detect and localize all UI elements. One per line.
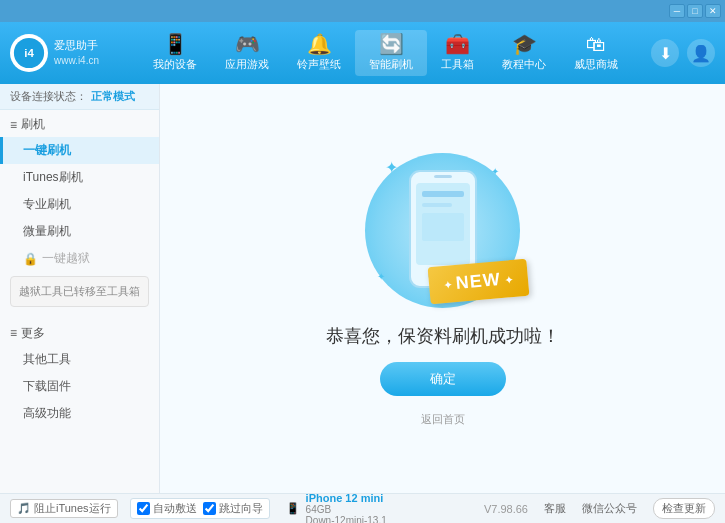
sidebar-item-other-tools[interactable]: 其他工具: [0, 346, 159, 373]
auto-restart-input[interactable]: [137, 502, 150, 515]
my-device-icon: 📱: [163, 34, 188, 54]
nav-smart-flash[interactable]: 🔄 智能刷机: [355, 30, 427, 76]
titlebar: ─ □ ✕: [0, 0, 725, 22]
sparkle-2: ✦: [491, 166, 499, 177]
jailbreak-notice: 越狱工具已转移至工具箱: [10, 276, 149, 307]
sidebar-item-save-flash[interactable]: 微量刷机: [0, 218, 159, 245]
nav-toolbox[interactable]: 🧰 工具箱: [427, 30, 488, 76]
auto-restart-checkbox[interactable]: 自动敷送: [137, 501, 197, 516]
maximize-btn[interactable]: □: [687, 4, 703, 18]
skip-guide-input[interactable]: [203, 502, 216, 515]
confirm-button[interactable]: 确定: [380, 362, 506, 396]
version-label: V7.98.66: [484, 503, 528, 515]
svg-text:i4: i4: [24, 47, 34, 59]
nav-weisi-store[interactable]: 🛍 威思商城: [560, 30, 632, 76]
success-text: 恭喜您，保资料刷机成功啦！: [326, 324, 560, 348]
smart-flash-icon: 🔄: [379, 34, 404, 54]
svg-rect-5: [434, 175, 452, 178]
section-flash-icon: ≡: [10, 118, 17, 132]
svg-rect-8: [422, 213, 464, 241]
close-btn[interactable]: ✕: [705, 4, 721, 18]
nav-tutorials[interactable]: 🎓 教程中心: [488, 30, 560, 76]
sidebar-spacer: [0, 311, 159, 319]
footer: 🎵 阻止iTunes运行 自动敷送 跳过向导 📱 iPhone 12 mini …: [0, 493, 725, 523]
sidebar-item-download-firmware[interactable]: 下载固件: [0, 373, 159, 400]
section-flash: ≡ 刷机: [0, 110, 159, 137]
download-btn[interactable]: ⬇: [651, 39, 679, 67]
new-badge: NEW: [428, 259, 529, 304]
footer-device: 📱 iPhone 12 mini 64GB Down-12mini-13,1: [286, 492, 387, 524]
device-icon: 📱: [286, 502, 300, 515]
device-storage: 64GB: [306, 504, 387, 515]
sparkle-3: ✦: [377, 271, 385, 282]
tutorials-icon: 🎓: [512, 34, 537, 54]
logo-text: 爱思助手 www.i4.cn: [54, 38, 99, 67]
sidebar-item-itunes-flash[interactable]: iTunes刷机: [0, 164, 159, 191]
minimize-btn[interactable]: ─: [669, 4, 685, 18]
logo[interactable]: i4 爱思助手 www.i4.cn: [10, 34, 100, 72]
status-bar: 设备连接状态： 正常模式: [0, 84, 159, 110]
apps-games-icon: 🎮: [235, 34, 260, 54]
header: i4 爱思助手 www.i4.cn 📱 我的设备 🎮 应用游戏 🔔 铃声壁纸 🔄…: [0, 22, 725, 84]
svg-rect-6: [422, 191, 464, 197]
ringtones-icon: 🔔: [307, 34, 332, 54]
back-link[interactable]: 返回首页: [421, 412, 465, 427]
device-model: Down-12mini-13,1: [306, 515, 387, 524]
success-illustration: ✦ ✦ ✦: [326, 150, 560, 427]
check-update-btn[interactable]: 检查更新: [653, 498, 715, 519]
section-more: ≡ 更多: [0, 319, 159, 346]
main: 设备连接状态： 正常模式 ≡ 刷机 一键刷机 iTunes刷机 专业刷机 微量刷…: [0, 84, 725, 493]
itunes-running-toggle[interactable]: 🎵 阻止iTunes运行: [10, 499, 118, 518]
section-jailbreak: 🔒 一键越狱: [0, 245, 159, 272]
customer-service-link[interactable]: 客服: [544, 501, 566, 516]
user-btn[interactable]: 👤: [687, 39, 715, 67]
content-area: ✦ ✦ ✦: [160, 84, 725, 493]
nav-ringtones[interactable]: 🔔 铃声壁纸: [283, 30, 355, 76]
wechat-link[interactable]: 微信公众号: [582, 501, 637, 516]
nav: 📱 我的设备 🎮 应用游戏 🔔 铃声壁纸 🔄 智能刷机 🧰 工具箱 🎓 教程中心…: [120, 30, 651, 76]
nav-apps-games[interactable]: 🎮 应用游戏: [211, 30, 283, 76]
footer-right: V7.98.66 客服 微信公众号 检查更新: [484, 498, 715, 519]
sidebar-item-advanced[interactable]: 高级功能: [0, 400, 159, 427]
itunes-icon: 🎵: [17, 502, 31, 515]
svg-rect-7: [422, 203, 452, 207]
logo-icon: i4: [10, 34, 48, 72]
weisi-store-icon: 🛍: [586, 34, 606, 54]
sidebar-item-one-click-flash[interactable]: 一键刷机: [0, 137, 159, 164]
sidebar: 设备连接状态： 正常模式 ≡ 刷机 一键刷机 iTunes刷机 专业刷机 微量刷…: [0, 84, 160, 493]
sidebar-item-pro-flash[interactable]: 专业刷机: [0, 191, 159, 218]
device-name: iPhone 12 mini: [306, 492, 387, 504]
skip-guide-checkbox[interactable]: 跳过向导: [203, 501, 263, 516]
footer-left: 🎵 阻止iTunes运行 自动敷送 跳过向导 📱 iPhone 12 mini …: [10, 492, 387, 524]
nav-my-device[interactable]: 📱 我的设备: [139, 30, 211, 76]
sparkle-1: ✦: [385, 158, 398, 177]
phone-container: ✦ ✦ ✦: [363, 150, 523, 310]
nav-right: ⬇ 👤: [651, 39, 715, 67]
lock-icon: 🔒: [23, 252, 38, 266]
toolbox-icon: 🧰: [445, 34, 470, 54]
section-more-icon: ≡: [10, 326, 17, 340]
